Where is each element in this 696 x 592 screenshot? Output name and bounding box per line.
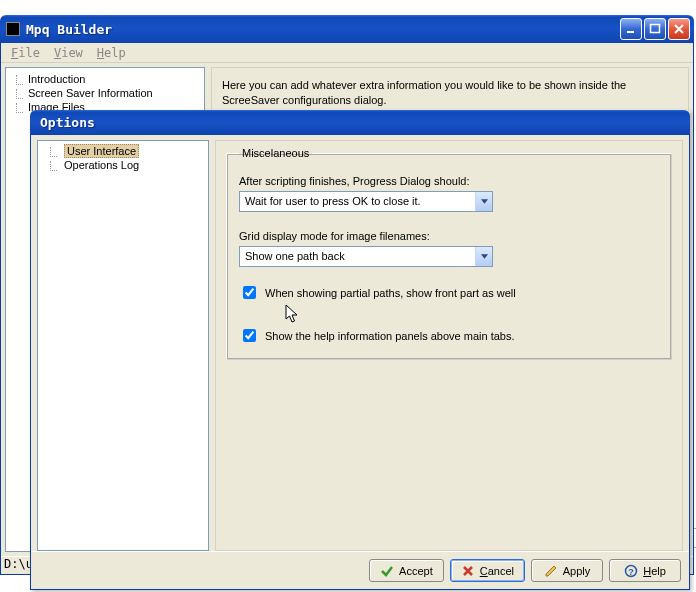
group-legend: Miscelaneous [239, 147, 312, 159]
dialog-titlebar[interactable]: Options [30, 110, 690, 135]
question-icon: ? [624, 564, 638, 578]
svg-text:?: ? [628, 566, 634, 576]
label-grid-display: Grid display mode for image filenames: [239, 230, 659, 242]
menu-help[interactable]: Help [91, 44, 132, 62]
options-tree[interactable]: User Interface Operations Log [37, 140, 209, 551]
menubar: File View Help [1, 43, 693, 63]
checkmark-icon [380, 564, 394, 578]
svg-rect-0 [627, 31, 634, 33]
minimize-button[interactable] [620, 18, 642, 40]
checkbox-show-help-input[interactable] [243, 329, 256, 342]
options-dialog: Options User Interface Operations Log Mi… [30, 110, 690, 590]
cancel-button[interactable]: Cancel [450, 559, 525, 582]
pencil-icon [544, 564, 558, 578]
app-icon [6, 22, 20, 36]
accept-button[interactable]: Accept [369, 559, 444, 582]
checkbox-show-front-part[interactable]: When showing partial paths, show front p… [239, 283, 659, 302]
group-miscellaneous: Miscelaneous After scripting finishes, P… [226, 147, 672, 360]
menu-view[interactable]: View [48, 44, 89, 62]
combo-progress-value: Wait for user to press OK to close it. [240, 192, 475, 211]
info-text: Here you can add whatever extra informat… [222, 78, 678, 109]
label-progress-dialog: After scripting finishes, Progress Dialo… [239, 175, 659, 187]
main-title: Mpq Builder [26, 22, 112, 37]
checkbox-show-front-input[interactable] [243, 286, 256, 299]
dialog-title: Options [40, 115, 95, 130]
help-button[interactable]: ? Help [609, 559, 681, 582]
checkbox-show-help-label: Show the help information panels above m… [265, 330, 515, 342]
chevron-down-icon[interactable] [475, 247, 492, 266]
close-button[interactable] [668, 18, 690, 40]
tree-item-introduction[interactable]: Introduction [8, 72, 202, 86]
options-form: Miscelaneous After scripting finishes, P… [215, 140, 683, 551]
dialog-button-bar: Accept Cancel Apply ? Help [31, 551, 689, 589]
cancel-icon [461, 564, 475, 578]
combo-grid-value: Show one path back [240, 247, 475, 266]
chevron-down-icon[interactable] [475, 192, 492, 211]
main-titlebar[interactable]: Mpq Builder [0, 15, 694, 43]
combo-progress-dialog[interactable]: Wait for user to press OK to close it. [239, 191, 493, 212]
svg-rect-1 [651, 25, 660, 33]
combo-grid-display[interactable]: Show one path back [239, 246, 493, 267]
checkbox-show-help-panels[interactable]: Show the help information panels above m… [239, 326, 659, 345]
tree-item-screen-saver-info[interactable]: Screen Saver Information [8, 86, 202, 100]
tree-item-operations-log[interactable]: Operations Log [40, 158, 206, 172]
menu-file[interactable]: File [5, 44, 46, 62]
checkbox-show-front-label: When showing partial paths, show front p… [265, 287, 516, 299]
apply-button[interactable]: Apply [531, 559, 603, 582]
maximize-button[interactable] [644, 18, 666, 40]
tree-item-user-interface[interactable]: User Interface [40, 144, 206, 158]
